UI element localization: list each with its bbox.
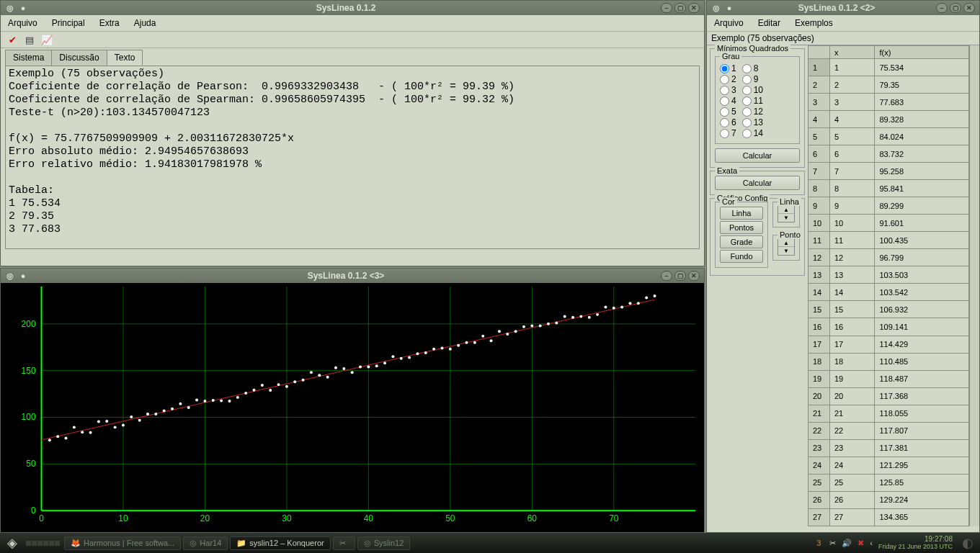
task-item[interactable]: ✂ bbox=[333, 536, 355, 550]
minimize-icon[interactable]: – bbox=[661, 3, 672, 13]
cell[interactable]: 11 bbox=[808, 232, 830, 249]
cell[interactable]: 6 bbox=[808, 145, 830, 163]
task-item[interactable]: ◎Har14 bbox=[183, 536, 228, 550]
tray-volume-icon[interactable]: 🔊 bbox=[842, 539, 852, 548]
cell[interactable]: 5 bbox=[830, 128, 875, 145]
tray-end-icon[interactable]: ◐ bbox=[958, 534, 977, 552]
cell[interactable]: 129.224 bbox=[875, 491, 969, 508]
cell[interactable]: 100.435 bbox=[875, 232, 969, 249]
table-row[interactable]: 4489.328 bbox=[808, 111, 969, 128]
cell[interactable]: 96.799 bbox=[875, 249, 969, 266]
cell[interactable]: 13 bbox=[808, 266, 830, 284]
cell[interactable]: 22 bbox=[830, 422, 875, 439]
table-row[interactable]: 121296.799 bbox=[808, 249, 969, 266]
table-row[interactable]: 2323117.381 bbox=[808, 439, 969, 457]
cell[interactable]: 91.601 bbox=[875, 215, 969, 232]
cell[interactable]: 8 bbox=[808, 180, 830, 197]
table-row[interactable]: 8895.841 bbox=[808, 180, 969, 197]
minimize-icon[interactable]: – bbox=[661, 271, 672, 281]
table-row[interactable]: 1616109.141 bbox=[808, 318, 969, 336]
table-row[interactable]: 101091.601 bbox=[808, 215, 969, 232]
table-row[interactable]: 1175.534 bbox=[808, 59, 969, 76]
table-row[interactable]: 7795.258 bbox=[808, 163, 969, 180]
plot-icon[interactable]: 📈 bbox=[40, 33, 54, 46]
cell[interactable]: 13 bbox=[830, 266, 875, 284]
tab-texto[interactable]: Texto bbox=[107, 50, 143, 66]
cell[interactable]: 9 bbox=[808, 197, 830, 215]
table-row[interactable]: 2222117.807 bbox=[808, 422, 969, 439]
cell[interactable]: 117.368 bbox=[875, 387, 969, 405]
cell[interactable]: 27 bbox=[830, 508, 875, 526]
table-row[interactable]: 1313103.503 bbox=[808, 266, 969, 284]
cell[interactable]: 27 bbox=[808, 508, 830, 526]
cell[interactable]: 79.35 bbox=[875, 76, 969, 94]
cell[interactable]: 7 bbox=[830, 163, 875, 180]
table-row[interactable]: 2279.35 bbox=[808, 76, 969, 94]
menu-ajuda[interactable]: Ajuda bbox=[131, 17, 159, 30]
cor-grade-button[interactable]: Grade bbox=[720, 235, 763, 248]
tray-clipboard-icon[interactable]: ✂ bbox=[829, 539, 836, 548]
table-row[interactable]: 2525125.85 bbox=[808, 474, 969, 491]
cell[interactable]: 25 bbox=[830, 474, 875, 491]
cell[interactable]: 95.258 bbox=[875, 163, 969, 180]
notes-icon[interactable]: ▤ bbox=[22, 33, 37, 46]
cell[interactable]: 15 bbox=[830, 301, 875, 318]
cell[interactable]: 3 bbox=[808, 94, 830, 111]
minimize-icon[interactable]: – bbox=[936, 3, 948, 13]
check-icon[interactable]: ✔ bbox=[5, 33, 19, 46]
table-row[interactable]: 1515106.932 bbox=[808, 301, 969, 318]
cell[interactable]: 89.299 bbox=[875, 197, 969, 215]
cell[interactable]: 114.429 bbox=[875, 336, 969, 353]
cor-linha-button[interactable]: Linha bbox=[720, 207, 763, 220]
scrollbar-vertical[interactable] bbox=[969, 45, 979, 526]
menu-exemplos[interactable]: Exemplos bbox=[792, 17, 836, 30]
cell[interactable]: 20 bbox=[808, 387, 830, 405]
tray-x-icon[interactable]: ✖ bbox=[858, 539, 864, 548]
table-row[interactable]: 2424121.295 bbox=[808, 457, 969, 474]
menu-principal[interactable]: Principal bbox=[49, 17, 88, 30]
cell[interactable]: 22 bbox=[808, 422, 830, 439]
cell[interactable]: 106.932 bbox=[875, 301, 969, 318]
chart-area[interactable]: 010203040506070050100150200 bbox=[1, 283, 704, 532]
grau-radio-13[interactable]: 13 bbox=[742, 117, 763, 127]
cell[interactable]: 24 bbox=[830, 457, 875, 474]
cell[interactable]: 19 bbox=[808, 370, 830, 387]
grau-radio-6[interactable]: 6 bbox=[720, 117, 736, 127]
cell[interactable]: 1 bbox=[830, 59, 875, 76]
cell[interactable]: 24 bbox=[808, 457, 830, 474]
cell[interactable]: 26 bbox=[808, 491, 830, 508]
cell[interactable]: 17 bbox=[830, 336, 875, 353]
titlebar[interactable]: ◎ ● SysLinea 0.1.2 <2> – ▢ ✕ bbox=[707, 1, 979, 15]
cell[interactable]: 21 bbox=[830, 405, 875, 422]
cell[interactable]: 117.381 bbox=[875, 439, 969, 457]
grau-radio-4[interactable]: 4 bbox=[720, 96, 736, 106]
cell[interactable]: 25 bbox=[808, 474, 830, 491]
cell[interactable]: 20 bbox=[830, 387, 875, 405]
titlebar[interactable]: ◎ ● SysLinea 0.1.2 – ▢ ✕ bbox=[1, 1, 704, 15]
cell[interactable]: 18 bbox=[830, 353, 875, 370]
cell[interactable]: 23 bbox=[808, 439, 830, 457]
cell[interactable]: 103.542 bbox=[875, 284, 969, 301]
maximize-icon[interactable]: ▢ bbox=[674, 3, 686, 13]
cell[interactable]: 23 bbox=[830, 439, 875, 457]
table-row[interactable]: 2121118.055 bbox=[808, 405, 969, 422]
cell[interactable]: 11 bbox=[830, 232, 875, 249]
cell[interactable]: 2 bbox=[808, 76, 830, 94]
cell[interactable]: 14 bbox=[830, 284, 875, 301]
cell[interactable]: 21 bbox=[808, 405, 830, 422]
grau-radio-14[interactable]: 14 bbox=[742, 128, 763, 138]
menu-extra[interactable]: Extra bbox=[97, 17, 122, 30]
cell[interactable]: 117.807 bbox=[875, 422, 969, 439]
data-table[interactable]: xf(x) 1175.5342279.353377.6834489.328558… bbox=[808, 45, 969, 526]
cell[interactable]: 95.841 bbox=[875, 180, 969, 197]
cell[interactable]: 10 bbox=[830, 215, 875, 232]
cell[interactable]: 14 bbox=[808, 284, 830, 301]
tray-expand-icon[interactable]: ‹ bbox=[870, 539, 873, 547]
task-item[interactable]: 📁syslin12 – Konqueror bbox=[230, 536, 330, 550]
table-row[interactable]: 9989.299 bbox=[808, 197, 969, 215]
cell[interactable]: 6 bbox=[830, 145, 875, 163]
cell[interactable]: 16 bbox=[830, 318, 875, 336]
menu-editar[interactable]: Editar bbox=[755, 17, 783, 30]
cell[interactable]: 12 bbox=[808, 249, 830, 266]
col-header[interactable]: x bbox=[830, 46, 875, 59]
